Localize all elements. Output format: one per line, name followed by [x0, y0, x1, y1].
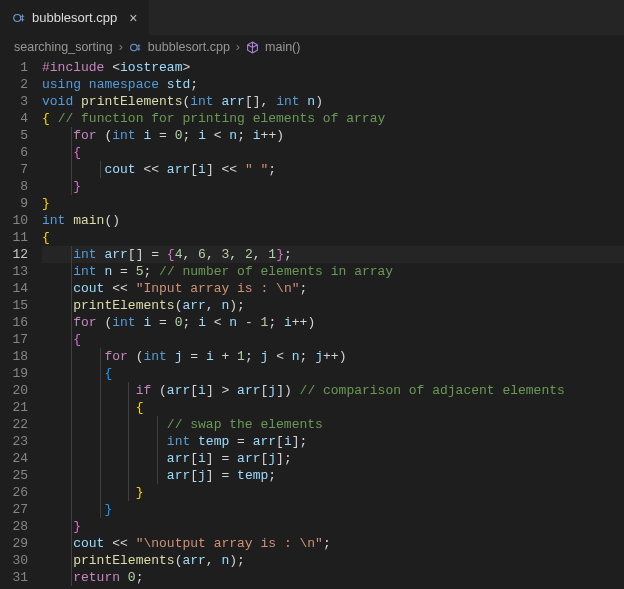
- token-id: i: [198, 128, 206, 143]
- line-number: 21: [0, 399, 28, 416]
- symbol-function-icon: [246, 41, 259, 54]
- code-editor[interactable]: 1234567891011121314151617181920212223242…: [0, 59, 624, 589]
- token-punc: ;: [284, 451, 292, 466]
- breadcrumb-symbol[interactable]: main(): [265, 40, 300, 54]
- token-op: [151, 383, 159, 398]
- code-line[interactable]: {: [42, 365, 624, 382]
- token-id: n: [292, 349, 300, 364]
- code-line[interactable]: arr[i] = arr[j];: [42, 450, 624, 467]
- tab-bubblesort[interactable]: bubblesort.cpp ×: [0, 0, 150, 35]
- line-number: 26: [0, 484, 28, 501]
- token-id: std: [167, 77, 190, 92]
- token-kw: int: [73, 247, 96, 262]
- code-line[interactable]: // swap the elements: [42, 416, 624, 433]
- token-brak2: {: [167, 247, 175, 262]
- token-num: 0: [175, 128, 183, 143]
- code-line[interactable]: int arr[] = {4, 6, 3, 2, 1};: [42, 246, 624, 263]
- code-line[interactable]: }: [42, 178, 624, 195]
- breadcrumb-file[interactable]: bubblesort.cpp: [148, 40, 230, 54]
- token-kw: int: [42, 213, 65, 228]
- token-id: arr: [182, 298, 205, 313]
- token-id: n: [307, 94, 315, 109]
- token-punc: ): [307, 315, 315, 330]
- token-id: cout: [73, 536, 104, 551]
- code-line[interactable]: {: [42, 229, 624, 246]
- code-line[interactable]: cout << arr[i] << " ";: [42, 161, 624, 178]
- token-id: arr: [221, 94, 244, 109]
- token-pp: for: [104, 349, 127, 364]
- token-op: [190, 315, 198, 330]
- code-line[interactable]: printElements(arr, n);: [42, 552, 624, 569]
- code-line[interactable]: if (arr[i] > arr[j]) // comparison of ad…: [42, 382, 624, 399]
- token-op: =: [143, 247, 166, 262]
- token-id: temp: [237, 468, 268, 483]
- code-line[interactable]: for (int j = i + 1; j < n; j++): [42, 348, 624, 365]
- code-line[interactable]: for (int i = 0; i < n; i++): [42, 127, 624, 144]
- token-op: [128, 349, 136, 364]
- chevron-right-icon: ›: [119, 40, 123, 54]
- token-op: [81, 77, 89, 92]
- code-line[interactable]: }: [42, 195, 624, 212]
- line-number: 30: [0, 552, 28, 569]
- code-line[interactable]: {: [42, 144, 624, 161]
- token-id: j: [268, 383, 276, 398]
- close-icon[interactable]: ×: [129, 10, 137, 26]
- token-id: i: [198, 383, 206, 398]
- token-id: n: [229, 128, 237, 143]
- token-op: =: [229, 434, 252, 449]
- token-brak2: {: [73, 145, 81, 160]
- line-number: 17: [0, 331, 28, 348]
- token-id: temp: [198, 434, 229, 449]
- code-line[interactable]: }: [42, 518, 624, 535]
- code-line[interactable]: cout << "Input array is : \n";: [42, 280, 624, 297]
- token-op: ++: [261, 128, 277, 143]
- code-line[interactable]: arr[j] = temp;: [42, 467, 624, 484]
- code-line[interactable]: printElements(arr, n);: [42, 297, 624, 314]
- token-punc: (): [104, 213, 120, 228]
- token-id: iostream: [120, 60, 182, 75]
- code-line[interactable]: }: [42, 484, 624, 501]
- code-line[interactable]: #include <iostream>: [42, 59, 624, 76]
- code-line[interactable]: for (int i = 0; i < n - 1; i++): [42, 314, 624, 331]
- token-num: 2: [245, 247, 253, 262]
- token-func: printElements: [73, 298, 174, 313]
- code-line[interactable]: using namespace std;: [42, 76, 624, 93]
- code-area[interactable]: #include <iostream>using namespace std;v…: [42, 59, 624, 589]
- token-punc: ,: [206, 247, 222, 262]
- code-line[interactable]: int main(): [42, 212, 624, 229]
- breadcrumb-folder[interactable]: searching_sorting: [14, 40, 113, 54]
- token-op: [120, 570, 128, 585]
- code-line[interactable]: return 0;: [42, 569, 624, 586]
- token-punc: ;: [268, 162, 276, 177]
- token-id: arr: [237, 383, 260, 398]
- token-str: "Input array is : \n": [136, 281, 300, 296]
- token-kw: int: [143, 349, 166, 364]
- chevron-right-icon: ›: [236, 40, 240, 54]
- token-punc: ;: [237, 298, 245, 313]
- token-pp: for: [73, 128, 96, 143]
- code-line[interactable]: {: [42, 331, 624, 348]
- token-op: [50, 111, 58, 126]
- code-line[interactable]: cout << "\noutput array is : \n";: [42, 535, 624, 552]
- code-line[interactable]: int temp = arr[i];: [42, 433, 624, 450]
- token-cmt: // number of elements in array: [159, 264, 393, 279]
- code-line[interactable]: }: [42, 501, 624, 518]
- token-punc: ): [229, 298, 237, 313]
- line-number: 1: [0, 59, 28, 76]
- token-punc: ;: [237, 553, 245, 568]
- breadcrumb[interactable]: searching_sorting › bubblesort.cpp › mai…: [0, 35, 624, 59]
- token-punc: ;: [299, 281, 307, 296]
- tab-label: bubblesort.cpp: [32, 10, 117, 25]
- token-punc: >: [182, 60, 190, 75]
- token-op: [159, 77, 167, 92]
- token-punc: ;: [237, 128, 245, 143]
- token-op: =: [182, 349, 205, 364]
- code-line[interactable]: void printElements(int arr[], int n): [42, 93, 624, 110]
- token-func: printElements: [73, 553, 174, 568]
- code-line[interactable]: {: [42, 399, 624, 416]
- code-line[interactable]: { // function for printing elements of a…: [42, 110, 624, 127]
- code-line[interactable]: int n = 5; // number of elements in arra…: [42, 263, 624, 280]
- token-op: [253, 349, 261, 364]
- token-id: i: [198, 162, 206, 177]
- token-punc: ;: [190, 77, 198, 92]
